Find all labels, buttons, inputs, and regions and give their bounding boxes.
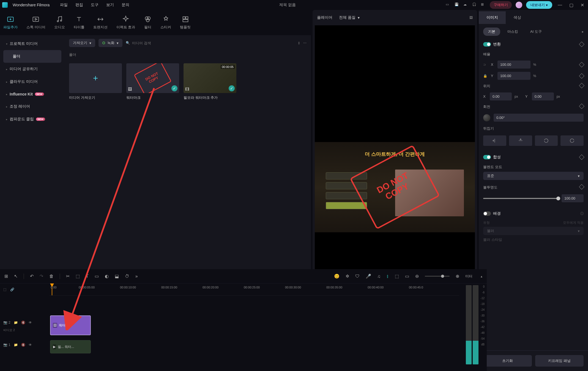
scale-y-input[interactable] — [497, 72, 530, 80]
keyframe-diamond[interactable] — [579, 184, 584, 190]
keyframe-diamond[interactable] — [579, 103, 584, 109]
keyframe-diamond[interactable] — [579, 83, 584, 88]
pointer-icon[interactable]: ↖ — [14, 274, 18, 279]
subtab-ai-tools[interactable]: AI 도구 — [525, 28, 547, 36]
sidebar-cloud-media[interactable]: ▸클라우드 미디어 — [3, 75, 61, 88]
menu-tools[interactable]: 도구 — [91, 2, 99, 7]
keyframe-panel-button[interactable]: 키프레임 패널 — [535, 355, 584, 367]
keyframe-diamond[interactable] — [579, 154, 584, 160]
flip-vertical-button[interactable] — [509, 135, 532, 146]
visibility-icon[interactable]: 👁 — [29, 321, 32, 324]
unlock-icon[interactable]: ⊃ — [483, 63, 488, 67]
rotation-dial[interactable] — [483, 114, 490, 121]
color-icon[interactable]: ◐ — [105, 274, 109, 279]
folder-icon[interactable]: 📁 — [14, 321, 18, 324]
clip-video[interactable]: ▶필... 워터... — [50, 340, 91, 353]
save-icon[interactable]: 💾 — [455, 2, 460, 7]
sidebar-adjustment-layer[interactable]: ▸조정 레이어 — [3, 100, 61, 113]
mute-icon[interactable]: 🔇 — [21, 343, 25, 347]
marker-icon[interactable]: ⫿ — [387, 274, 389, 279]
inspector-tab-image[interactable]: 이미지 — [479, 11, 506, 24]
shield-icon[interactable]: 🛡 — [355, 274, 360, 279]
motion-icon[interactable]: ⬓ — [115, 274, 119, 279]
media-item-watermark[interactable]: DO NOTCOPY 🖼 ✓ 워터마크 — [126, 63, 179, 100]
filter-icon[interactable]: ⫿ — [298, 41, 300, 45]
sidebar-compound-clip[interactable]: ▸컴파운드 클립NEW — [3, 113, 61, 126]
cloud-icon[interactable]: ☁ — [463, 2, 468, 7]
inspector-tab-color[interactable]: 색상 — [506, 11, 529, 24]
export-button[interactable]: 내보내기 ▾ — [526, 1, 552, 9]
apps-icon[interactable]: ⊞ — [481, 2, 486, 7]
headphones-icon[interactable]: 🎧 — [472, 2, 477, 7]
tab-add-file[interactable]: 파일추가 — [3, 15, 18, 30]
minimize-button[interactable]: — — [556, 2, 564, 8]
snap-icon[interactable]: ▭ — [405, 274, 409, 279]
link-icon[interactable]: 🔗 — [10, 288, 14, 291]
zoom-slider[interactable] — [425, 276, 450, 277]
user-avatar[interactable] — [516, 2, 522, 8]
composite-toggle[interactable] — [483, 155, 491, 159]
mute-icon[interactable]: 🔇 — [21, 321, 25, 324]
zoom-out-icon[interactable]: ⊖ — [415, 274, 419, 279]
record-dropdown[interactable]: 녹화▾ — [99, 39, 122, 47]
sidebar-folder[interactable]: 폴더 — [3, 50, 61, 63]
lock-icon[interactable]: 🔒 — [483, 74, 488, 78]
menu-help[interactable]: 문의 — [122, 2, 129, 7]
crop-icon[interactable]: ⬚ — [76, 274, 80, 279]
menu-view[interactable]: 보기 — [106, 2, 114, 7]
zoom-in-icon[interactable]: ⊕ — [456, 274, 459, 279]
position-x-input[interactable] — [490, 92, 512, 100]
subtab-basic[interactable]: 기본 — [483, 28, 500, 36]
rect-icon[interactable]: ▭ — [95, 274, 99, 279]
ai-icon[interactable]: 😊 — [334, 274, 340, 279]
tab-stickers[interactable]: 스티커 — [160, 15, 171, 30]
timeline-tracks-area[interactable]: 0:00 00:00:05:00 00:00:10:00 00:00:15:00… — [50, 283, 459, 371]
split-icon[interactable]: ✂ — [66, 274, 70, 279]
blend-mode-dropdown[interactable]: 표준▾ — [483, 172, 584, 180]
buy-button[interactable]: 구매하기 — [490, 1, 512, 9]
keyframe-diamond[interactable] — [579, 62, 584, 67]
playhead[interactable] — [52, 283, 52, 295]
scale-x-input[interactable] — [497, 61, 530, 69]
opacity-slider[interactable] — [483, 198, 558, 199]
tab-transitions[interactable]: 트랜지션 — [93, 15, 108, 30]
grid-icon[interactable]: ⊞ — [4, 274, 8, 279]
delete-icon[interactable]: 🗑 — [49, 274, 54, 279]
rotation-input[interactable] — [494, 114, 584, 122]
visibility-icon[interactable]: 👁 — [29, 343, 32, 347]
timeline-options-icon[interactable]: ⬚ — [3, 288, 6, 291]
audio-icon[interactable]: ♫ — [377, 274, 381, 279]
media-item-add[interactable]: + 미디어 가져오기 — [69, 63, 122, 100]
flip-horizontal-button[interactable] — [483, 135, 506, 146]
subtab-next-icon[interactable]: ▸ — [582, 30, 584, 34]
quality-dropdown[interactable]: 전체 품질▾ — [339, 15, 360, 20]
keyframe-diamond[interactable] — [579, 42, 584, 47]
folder-icon[interactable]: 📁 — [14, 343, 18, 347]
settings-icon[interactable]: ✲ — [346, 274, 349, 279]
tab-stock-media[interactable]: 스톡 미디어 — [26, 15, 45, 30]
menu-edit[interactable]: 편집 — [75, 2, 83, 7]
clip-watermark[interactable]: 🖼워터마크 — [50, 315, 91, 335]
position-y-input[interactable] — [532, 92, 554, 100]
speed-icon[interactable]: ⏱ — [125, 274, 129, 279]
rotate-cw-button[interactable] — [560, 135, 584, 146]
snapshot-icon[interactable]: 🖼 — [469, 16, 473, 20]
timeline-ruler[interactable]: 0:00 00:00:05:00 00:00:10:00 00:00:15:00… — [50, 283, 459, 296]
meter-label[interactable]: 미터 — [465, 274, 472, 279]
tab-templates[interactable]: 템플릿 — [180, 15, 191, 30]
tab-audio[interactable]: 오디오 — [54, 15, 65, 30]
undo-icon[interactable]: ↶ — [30, 274, 34, 279]
sidebar-project-media[interactable]: ▾프로젝트 미디어 — [3, 37, 61, 50]
media-search-input[interactable] — [132, 41, 295, 45]
text-icon[interactable]: T — [86, 274, 89, 279]
mic-icon[interactable]: 🎤 — [366, 274, 371, 279]
maximize-button[interactable]: ▢ — [568, 2, 575, 8]
render-icon[interactable]: ⬚ — [395, 274, 399, 279]
reset-button[interactable]: 초기화 — [483, 355, 532, 367]
keyframe-diamond[interactable] — [579, 73, 584, 79]
background-toggle[interactable] — [483, 211, 491, 216]
help-icon[interactable]: ⓘ — [580, 211, 584, 216]
opacity-input[interactable] — [562, 194, 584, 202]
tab-filters[interactable]: 필터 — [144, 15, 152, 30]
import-dropdown[interactable]: 가져오기▾ — [69, 39, 95, 47]
